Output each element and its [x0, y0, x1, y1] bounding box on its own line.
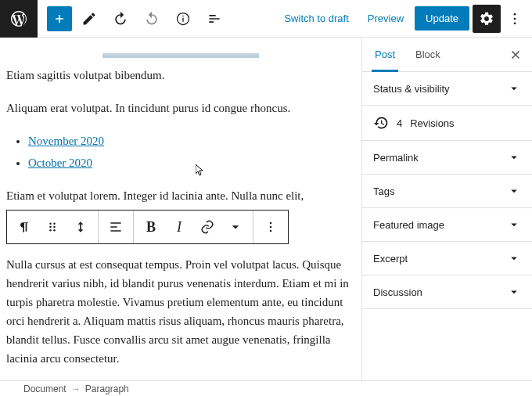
paragraph-block[interactable]: Aliquam erat volutpat. In tincidunt puru… [6, 99, 355, 117]
archive-link[interactable]: October 2020 [28, 157, 92, 169]
edit-tools-button[interactable] [75, 5, 103, 33]
italic-button[interactable]: I [165, 213, 193, 241]
panel-revisions[interactable]: 4 Revisions [362, 106, 532, 141]
undo-button[interactable] [106, 5, 135, 33]
sidebar-tabs: Post Block [362, 38, 532, 72]
panel-featured-image[interactable]: Featured image [362, 208, 532, 242]
svg-point-14 [270, 230, 272, 232]
paragraph-type-button[interactable] [10, 213, 38, 241]
more-formatting-button[interactable] [221, 213, 250, 241]
top-toolbar: Switch to draft Preview Update [0, 0, 532, 38]
svg-point-3 [514, 13, 516, 15]
panel-label: Permalink [373, 152, 419, 164]
paragraph-block[interactable]: Nulla cursus at est consequat tempus. Pr… [6, 255, 355, 368]
breadcrumb-arrow-icon: → [71, 383, 81, 394]
editor-canvas[interactable]: Etiam sagittis volutpat bibendum. Aliqua… [0, 38, 361, 380]
align-button[interactable] [102, 213, 130, 241]
breadcrumb: Document → Paragraph [0, 380, 532, 396]
info-button[interactable] [169, 5, 197, 33]
panel-permalink[interactable]: Permalink [362, 141, 532, 175]
bold-button[interactable]: B [137, 213, 165, 241]
panel-discussion[interactable]: Discussion [362, 275, 532, 309]
panel-label: Status & visibility [373, 83, 450, 95]
list-item[interactable]: November 2020 [28, 131, 355, 150]
close-sidebar-button[interactable] [509, 48, 523, 62]
panel-excerpt[interactable]: Excerpt [362, 242, 532, 275]
revisions-label: Revisions [410, 117, 454, 129]
settings-sidebar: Post Block Status & visibility 4 Revisio… [361, 38, 532, 380]
tab-post[interactable]: Post [372, 38, 398, 71]
add-block-button[interactable] [47, 6, 72, 31]
chevron-down-icon [507, 81, 521, 95]
block-toolbar: B I [6, 210, 289, 244]
move-updown-button[interactable] [66, 213, 95, 241]
breadcrumb-document[interactable]: Document [23, 383, 66, 394]
paragraph-block[interactable]: Etiam sagittis volutpat bibendum. [6, 66, 355, 85]
preview-button[interactable]: Preview [360, 8, 412, 29]
svg-point-13 [270, 226, 272, 229]
chevron-down-icon [507, 251, 521, 265]
list-block[interactable]: November 2020 October 2020 [28, 131, 355, 172]
image-block-placeholder[interactable] [102, 53, 259, 58]
svg-point-6 [49, 223, 52, 225]
panel-label: Excerpt [373, 253, 408, 265]
archive-link[interactable]: November 2020 [28, 135, 104, 147]
svg-rect-1 [182, 17, 183, 21]
paragraph-block[interactable]: Etiam et volutpat lorem. Integer id laci… [6, 186, 355, 205]
panel-label: Tags [373, 185, 394, 197]
toolbar-left-group [0, 0, 228, 37]
update-button[interactable]: Update [415, 6, 469, 31]
tab-block[interactable]: Block [412, 38, 444, 71]
settings-button[interactable] [473, 5, 501, 33]
list-item[interactable]: October 2020 [28, 153, 355, 172]
panel-tags[interactable]: Tags [362, 175, 532, 208]
wordpress-logo[interactable] [0, 0, 38, 38]
block-options-button[interactable] [257, 213, 285, 241]
svg-point-11 [53, 229, 56, 232]
switch-to-draft-button[interactable]: Switch to draft [276, 8, 356, 29]
history-icon [373, 115, 389, 131]
revisions-count: 4 [397, 117, 402, 129]
svg-point-4 [514, 17, 516, 20]
svg-point-9 [53, 226, 56, 229]
link-button[interactable] [193, 213, 221, 241]
more-menu-button[interactable] [504, 5, 526, 33]
redo-button[interactable] [138, 5, 166, 33]
chevron-down-icon [507, 218, 521, 232]
panel-status-visibility[interactable]: Status & visibility [362, 72, 532, 106]
panel-label: Discussion [373, 286, 422, 298]
svg-point-10 [49, 229, 52, 232]
chevron-down-icon [507, 184, 521, 198]
breadcrumb-paragraph[interactable]: Paragraph [85, 383, 129, 394]
chevron-down-icon [507, 150, 521, 164]
chevron-down-icon [507, 285, 521, 299]
outline-button[interactable] [200, 5, 228, 33]
drag-handle-button[interactable] [38, 213, 66, 241]
svg-point-12 [270, 222, 272, 225]
panel-label: Featured image [373, 219, 444, 231]
svg-point-7 [53, 223, 56, 225]
svg-point-5 [514, 22, 516, 24]
svg-rect-2 [182, 15, 183, 16]
toolbar-right-group: Switch to draft Preview Update [276, 5, 532, 33]
svg-point-8 [49, 226, 52, 229]
